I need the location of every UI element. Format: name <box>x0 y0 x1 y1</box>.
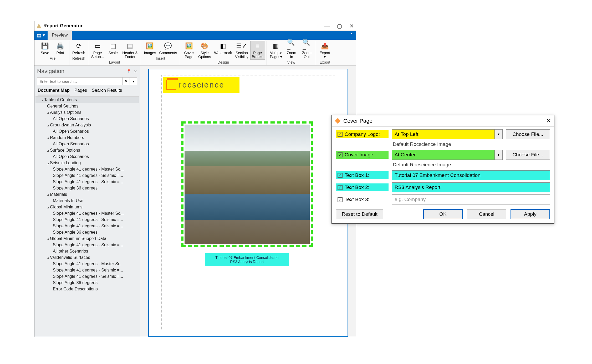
tree-item[interactable]: Slope Angle 36 degrees <box>35 280 139 286</box>
multiple-pages-button[interactable]: ▦Multiple Pages▾ <box>268 41 284 60</box>
header-footer-button[interactable]: ▤Header & Footer <box>121 41 139 60</box>
print-icon: 🖨️ <box>56 42 65 50</box>
page-breaks-button[interactable]: ≡Page Breaks <box>250 41 265 60</box>
search-input[interactable] <box>37 77 123 85</box>
report-title-line2: RS3 Analysis Report <box>207 260 288 264</box>
tree-item[interactable]: Slope Angle 36 degrees <box>35 185 139 191</box>
window-title: Report Generator <box>43 23 83 29</box>
preview-area[interactable]: rocscience Tutorial 07 Embankment Consol… <box>140 66 356 337</box>
text-box-3-checkbox[interactable] <box>338 197 343 202</box>
tree-item[interactable]: Slope Angle 41 degrees - Seismic =... <box>35 223 139 229</box>
tree-item[interactable]: Seismic Loading <box>35 160 139 166</box>
text-box-1-input[interactable]: Tutorial 07 Embankment Consolidation <box>392 170 550 180</box>
rocscience-logo-text: rocscience <box>179 80 224 89</box>
close-button[interactable]: ✕ <box>349 23 354 29</box>
tree-item[interactable]: Slope Angle 41 degrees - Seismic =... <box>35 217 139 223</box>
text-box-2-checkbox[interactable] <box>338 185 343 190</box>
search-options-button[interactable]: ▾ <box>130 77 137 85</box>
maximize-button[interactable]: ▢ <box>337 23 342 29</box>
ribbon-collapse-button[interactable]: ^ <box>347 31 356 40</box>
cover-image-checkbox[interactable] <box>338 152 343 157</box>
cancel-button[interactable]: Cancel <box>467 209 506 219</box>
page-setup-button[interactable]: ▭Page Setup... <box>90 41 105 60</box>
tree-item[interactable]: All Open Scenarios <box>35 116 139 122</box>
minimize-button[interactable]: — <box>324 23 330 29</box>
multiple-pages-icon: ▦ <box>272 42 280 50</box>
reset-to-default-button[interactable]: Reset to Default <box>336 209 383 219</box>
tree-item[interactable]: All Open Scenarios <box>35 153 139 160</box>
tree-item[interactable]: All Open Scenarios <box>35 141 139 147</box>
chevron-down-icon: ▼ <box>494 130 502 139</box>
tab-preview[interactable]: Preview <box>48 31 72 40</box>
report-title-highlight: Tutorial 07 Embankment Consolidation RS3… <box>205 253 289 266</box>
apply-button[interactable]: Apply <box>511 209 550 219</box>
scale-button[interactable]: ◫Scale <box>106 41 120 60</box>
save-button[interactable]: 💾Save <box>38 41 52 56</box>
cover-image-choose-file-button[interactable]: Choose File... <box>506 150 550 160</box>
tree-item[interactable]: Slope Angle 41 degrees - Master Sc... <box>35 261 139 267</box>
tab-search-results[interactable]: Search Results <box>92 88 122 95</box>
tree-item[interactable]: General Settings <box>35 103 139 109</box>
zoom-out-button[interactable]: 🔍−Zoom Out <box>299 41 314 60</box>
header-footer-icon: ▤ <box>126 42 135 50</box>
tab-pages[interactable]: Pages <box>74 88 87 95</box>
cover-image-position-combo[interactable]: At Center ▼ <box>392 150 503 160</box>
dialog-close-button[interactable]: ✕ <box>546 117 551 124</box>
panel-close-icon[interactable]: ✕ <box>134 69 137 74</box>
cover-page-button[interactable]: 🖼️Cover Page <box>182 41 196 60</box>
style-options-button[interactable]: 🎨Style Options <box>197 41 212 60</box>
tree-item[interactable]: Table of Contents <box>35 97 139 103</box>
app-icon <box>37 24 41 28</box>
text-box-3-row: Text Box 3: <box>336 196 389 203</box>
tree-item[interactable]: Slope Angle 41 degrees - Seismic =... <box>35 267 139 273</box>
print-button[interactable]: 🖨️Print <box>53 41 68 56</box>
tree-item[interactable]: Surface Options <box>35 147 139 153</box>
tree-item[interactable]: Slope Angle 41 degrees - Seismic =... <box>35 273 139 280</box>
comments-button[interactable]: 💬Comments <box>158 41 178 56</box>
export-icon: 📤 <box>320 42 329 50</box>
tree-item[interactable]: Error Code Descriptions <box>35 286 139 292</box>
tree-item[interactable]: Materials In Use <box>35 198 139 204</box>
tree-item[interactable]: Valid/Invalid Surfaces <box>35 254 139 261</box>
search-clear-button[interactable]: ✕ <box>123 77 130 85</box>
tree-item[interactable]: All Open Scenarios <box>35 128 139 135</box>
tree-item[interactable]: Global Minimum Support Data <box>35 235 139 242</box>
images-button[interactable]: 🖼️Images <box>142 41 157 56</box>
ok-button[interactable]: OK <box>423 209 463 219</box>
company-logo-checkbox[interactable] <box>338 132 343 137</box>
section-visibility-button[interactable]: ☰✓Section Visibility <box>234 41 249 60</box>
tree-item[interactable]: Materials <box>35 191 139 198</box>
tree-item[interactable]: All other Scenarios <box>35 248 139 254</box>
zoom-in-button[interactable]: 🔍+Zoom In <box>284 41 299 60</box>
tab-document-map[interactable]: Document Map <box>38 88 70 95</box>
export-button[interactable]: 📤Export ▾ <box>318 41 332 60</box>
tree-item[interactable]: Slope Angle 41 degrees - Master Sc... <box>35 166 139 172</box>
cover-image-row: Cover Image: <box>336 151 389 159</box>
tree-item[interactable]: Slope Angle 36 degrees <box>35 229 139 235</box>
watermark-icon: ◧ <box>218 42 227 50</box>
watermark-button[interactable]: ◧Watermark <box>213 41 233 60</box>
tree-item[interactable]: Random Numbers <box>35 135 139 141</box>
document-tree[interactable]: Table of ContentsGeneral SettingsAnalysi… <box>35 97 139 337</box>
text-box-2-input[interactable]: RS3 Analysis Report <box>392 182 550 192</box>
tree-item[interactable]: Groundwater Analysis <box>35 122 139 128</box>
file-menu-button[interactable]: ▤ ▾ <box>34 31 48 40</box>
text-box-1-checkbox[interactable] <box>338 173 343 178</box>
refresh-button[interactable]: ⟳Refresh <box>71 41 86 56</box>
tree-item[interactable]: Global Minimums <box>35 204 139 210</box>
ribbon: 💾Save 🖨️Print File ⟳Refresh Refresh ▭Pag… <box>34 40 356 66</box>
group-file-label: File <box>50 56 56 60</box>
tree-item[interactable]: Slope Angle 41 degrees - Seismic =... <box>35 172 139 179</box>
text-box-3-input[interactable]: e.g. Company <box>392 194 550 204</box>
tree-item[interactable]: Slope Angle 41 degrees - Master Sc... <box>35 210 139 217</box>
cover-image-highlight <box>181 121 313 247</box>
tree-item[interactable]: Analysis Options <box>35 109 139 116</box>
style-options-icon: 🎨 <box>200 42 209 50</box>
pin-icon[interactable]: 📍 <box>126 69 131 74</box>
company-logo-choose-file-button[interactable]: Choose File... <box>506 129 550 139</box>
tree-item[interactable]: Slope Angle 41 degrees - Seismic =... <box>35 242 139 248</box>
tree-item[interactable]: Slope Angle 41 degrees - Seismic =... <box>35 179 139 185</box>
company-logo-position-combo[interactable]: At Top Left ▼ <box>392 129 503 139</box>
cover-image-hint: Default Rocscience Image <box>392 162 503 168</box>
company-logo-highlight: rocscience <box>163 77 239 93</box>
